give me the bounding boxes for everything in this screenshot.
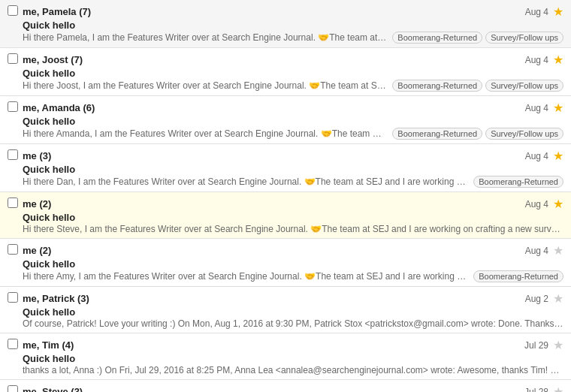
email-checkbox[interactable] bbox=[8, 339, 18, 349]
email-row[interactable]: me, Tim (4)Jul 29★Quick hellothanks a lo… bbox=[0, 333, 571, 380]
email-row[interactable]: me, Patrick (3)Aug 2★Quick helloOf cours… bbox=[0, 287, 571, 333]
email-date: Jul 28 bbox=[524, 387, 548, 393]
email-date: Aug 4 bbox=[525, 151, 548, 161]
email-row[interactable]: me, Steve (3)Jul 28★Quick hello bbox=[0, 380, 571, 392]
email-subject: Quick hello bbox=[23, 212, 75, 223]
email-sender: me, Pamela (7) bbox=[23, 6, 525, 17]
email-sender: me (2) bbox=[23, 245, 525, 256]
email-date: Aug 4 bbox=[525, 246, 548, 256]
email-row[interactable]: me (2)Aug 4★Quick helloHi there Amy, I a… bbox=[0, 239, 571, 287]
email-snippet: Hi there Dan, I am the Features Writer o… bbox=[23, 176, 467, 187]
email-checkbox[interactable] bbox=[8, 385, 18, 392]
email-date: Aug 4 bbox=[525, 55, 548, 65]
star-icon[interactable]: ★ bbox=[553, 291, 563, 306]
email-subject: Quick hello bbox=[23, 258, 75, 270]
email-date: Aug 4 bbox=[525, 199, 548, 210]
email-date: Aug 4 bbox=[525, 7, 548, 17]
email-tag: Boomerang-Returned bbox=[392, 32, 482, 44]
email-snippet: Hi there Steve, I am the Features Writer… bbox=[23, 224, 563, 234]
email-tag: Boomerang-Returned bbox=[392, 128, 482, 140]
email-subject: Quick hello bbox=[23, 116, 75, 127]
email-checkbox[interactable] bbox=[8, 149, 18, 160]
email-checkbox[interactable] bbox=[8, 292, 18, 303]
star-icon[interactable]: ★ bbox=[553, 197, 563, 211]
email-date: Aug 2 bbox=[525, 294, 548, 304]
email-checkbox[interactable] bbox=[8, 198, 18, 208]
email-sender: me, Joost (7) bbox=[23, 54, 525, 65]
email-snippet: Hi there Amanda, I am the Features Write… bbox=[23, 128, 386, 139]
email-snippet: Hi there Amy, I am the Features Writer o… bbox=[23, 271, 467, 282]
email-row[interactable]: me, Joost (7)Aug 4★Quick helloHi there J… bbox=[0, 48, 571, 96]
email-tag: Survey/Follow ups bbox=[485, 128, 563, 140]
email-row[interactable]: me (2)Aug 4★Quick helloHi there Steve, I… bbox=[0, 192, 571, 239]
star-icon[interactable]: ★ bbox=[553, 338, 563, 352]
email-tag: Survey/Follow ups bbox=[485, 32, 563, 44]
star-icon[interactable]: ★ bbox=[553, 243, 563, 258]
email-row[interactable]: me, Pamela (7)Aug 4★Quick helloHi there … bbox=[0, 0, 571, 48]
email-list: me, Pamela (7)Aug 4★Quick helloHi there … bbox=[0, 0, 571, 392]
email-sender: me, Tim (4) bbox=[23, 339, 524, 351]
email-subject: Quick hello bbox=[23, 353, 75, 364]
email-subject: Quick hello bbox=[23, 20, 75, 31]
email-sender: me, Steve (3) bbox=[23, 386, 524, 392]
email-snippet: thanks a lot, Anna :) On Fri, Jul 29, 20… bbox=[23, 365, 563, 375]
email-sender: me (3) bbox=[23, 150, 525, 161]
email-checkbox[interactable] bbox=[8, 5, 18, 16]
email-snippet: Hi there Pamela, I am the Features Write… bbox=[23, 32, 386, 43]
email-subject: Quick hello bbox=[23, 164, 75, 175]
email-tag: Survey/Follow ups bbox=[485, 80, 563, 92]
star-icon[interactable]: ★ bbox=[553, 149, 563, 163]
email-date: Aug 4 bbox=[525, 103, 548, 113]
email-tag: Boomerang-Returned bbox=[392, 80, 482, 92]
email-sender: me, Amanda (6) bbox=[23, 102, 525, 113]
email-tag: Boomerang-Returned bbox=[473, 176, 563, 188]
star-icon[interactable]: ★ bbox=[553, 101, 563, 115]
email-date: Jul 29 bbox=[524, 340, 548, 351]
star-icon[interactable]: ★ bbox=[553, 384, 563, 392]
email-row[interactable]: me (3)Aug 4★Quick helloHi there Dan, I a… bbox=[0, 144, 571, 192]
email-subject: Quick hello bbox=[23, 68, 75, 79]
email-checkbox[interactable] bbox=[8, 53, 18, 64]
email-snippet: Hi there Joost, I am the Features Writer… bbox=[23, 80, 386, 91]
email-subject: Quick hello bbox=[23, 306, 75, 318]
email-checkbox[interactable] bbox=[8, 244, 18, 255]
email-sender: me, Patrick (3) bbox=[23, 293, 525, 304]
email-row[interactable]: me, Amanda (6)Aug 4★Quick helloHi there … bbox=[0, 96, 571, 144]
star-icon[interactable]: ★ bbox=[553, 53, 563, 67]
email-sender: me (2) bbox=[23, 198, 525, 210]
email-checkbox[interactable] bbox=[8, 101, 18, 112]
star-icon[interactable]: ★ bbox=[553, 5, 563, 19]
email-snippet: Of course, Patrick! Love your writing :)… bbox=[23, 318, 563, 329]
email-tag: Boomerang-Returned bbox=[473, 270, 563, 282]
